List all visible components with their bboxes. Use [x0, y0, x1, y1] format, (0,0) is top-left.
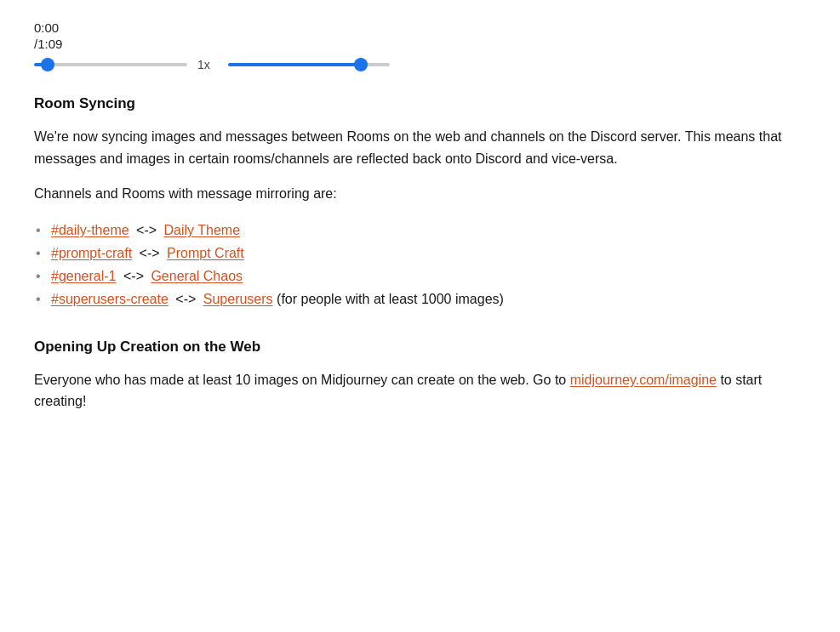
room-syncing-body1: We're now syncing images and messages be…	[34, 126, 806, 169]
time-total: /1:09	[34, 37, 806, 51]
room-syncing-heading: Room Syncing	[34, 95, 806, 112]
room-link-general-chaos[interactable]: General Chaos	[151, 269, 243, 283]
separator: <->	[123, 269, 147, 283]
room-link-superusers[interactable]: Superusers	[203, 292, 273, 306]
time-current: 0:00	[34, 20, 806, 35]
list-item: #prompt-craft <-> Prompt Craft	[51, 242, 806, 265]
channel-link-prompt-craft[interactable]: #prompt-craft	[51, 246, 132, 260]
list-item: #daily-theme <-> Daily Theme	[51, 219, 806, 242]
room-link-daily-theme[interactable]: Daily Theme	[164, 223, 241, 237]
channel-list: #daily-theme <-> Daily Theme #prompt-cra…	[34, 219, 806, 311]
room-syncing-section: Room Syncing We're now syncing images an…	[34, 95, 806, 311]
progress-slider[interactable]	[34, 63, 187, 66]
superusers-suffix: (for people with at least 1000 images)	[277, 292, 504, 306]
room-link-prompt-craft[interactable]: Prompt Craft	[167, 246, 244, 260]
separator: <->	[175, 292, 199, 306]
list-item: #superusers-create <-> Superusers (for p…	[51, 288, 806, 310]
list-item: #general-1 <-> General Chaos	[51, 265, 806, 288]
opening-creation-body: Everyone who has made at least 10 images…	[34, 369, 806, 413]
audio-controls: 1x	[34, 58, 806, 71]
main-container: 0:00 /1:09 1x Room Syncing We're now syn…	[0, 0, 840, 632]
opening-creation-text1: Everyone who has made at least 10 images…	[34, 373, 566, 387]
opening-creation-section: Opening Up Creation on the Web Everyone …	[34, 339, 806, 413]
volume-slider[interactable]	[228, 63, 390, 66]
channel-link-superusers-create[interactable]: #superusers-create	[51, 292, 169, 306]
speed-label: 1x	[197, 58, 218, 71]
room-syncing-body2: Channels and Rooms with message mirrorin…	[34, 183, 806, 205]
channel-link-daily-theme[interactable]: #daily-theme	[51, 223, 129, 237]
channel-link-general-1[interactable]: #general-1	[51, 269, 117, 283]
separator: <->	[136, 223, 160, 237]
opening-creation-heading: Opening Up Creation on the Web	[34, 339, 806, 356]
separator: <->	[140, 246, 163, 260]
midjourney-link[interactable]: midjourney.com/imagine	[570, 373, 717, 387]
audio-player: 0:00 /1:09 1x	[34, 20, 806, 71]
